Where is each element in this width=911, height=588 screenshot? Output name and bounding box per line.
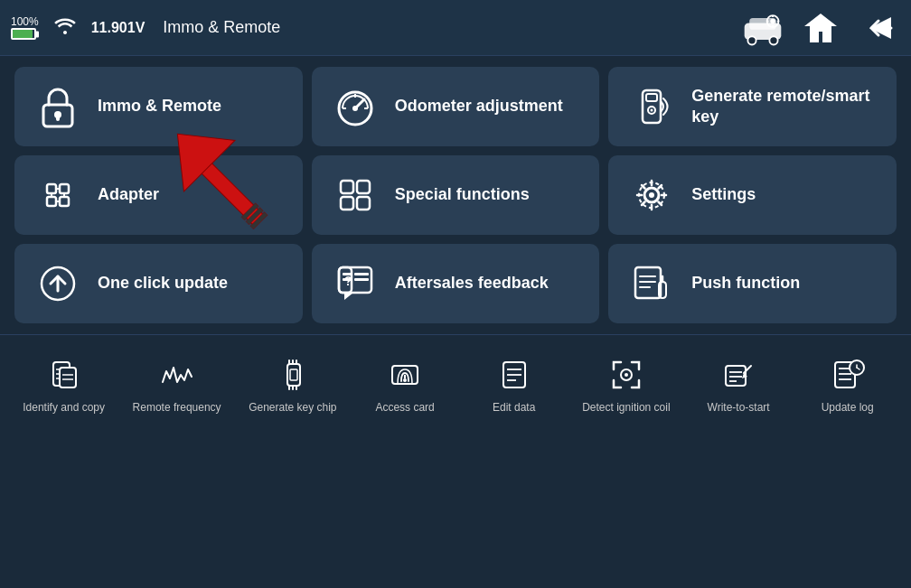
tile-settings-label: Settings (691, 184, 756, 205)
access-card-icon (384, 354, 426, 396)
tile-generate-key-label: Generate remote/smart key (691, 86, 878, 128)
voltage-display: 11.901V (91, 20, 146, 36)
tool-detect-ignition-label: Detect ignition coil (582, 401, 670, 415)
svg-point-3 (769, 36, 777, 44)
car-icon[interactable] (741, 6, 784, 50)
svg-rect-64 (287, 364, 300, 386)
tile-push-function-label: Push function (691, 273, 800, 294)
settings-icon (626, 170, 677, 220)
tile-push-function[interactable]: Push function (608, 244, 897, 323)
identify-copy-icon (43, 354, 85, 396)
svg-rect-38 (341, 197, 353, 210)
header-title: Immo & Remote (163, 18, 280, 37)
key-chip-icon (272, 354, 314, 396)
tile-immo-remote[interactable]: Immo & Remote (14, 67, 303, 146)
svg-rect-17 (56, 115, 60, 121)
svg-point-41 (649, 192, 654, 198)
svg-rect-25 (646, 94, 657, 101)
tool-identify-copy[interactable]: Identify and copy (23, 354, 105, 415)
svg-point-27 (651, 109, 653, 112)
update-log-icon (827, 354, 869, 396)
header-right (741, 6, 900, 50)
push-function-icon (626, 258, 677, 309)
remote-frequency-icon (156, 354, 198, 396)
tile-special-functions-label: Special functions (395, 184, 530, 205)
lock-icon (33, 81, 83, 132)
svg-point-20 (352, 106, 358, 111)
tile-settings[interactable]: Settings (608, 155, 897, 235)
svg-point-73 (403, 378, 407, 382)
adapter-icon (33, 170, 83, 220)
tile-one-click-update-label: One click update (98, 273, 228, 294)
svg-rect-31 (60, 197, 69, 206)
tool-identify-copy-label: Identify and copy (23, 401, 105, 415)
tool-edit-data-label: Edit data (493, 401, 535, 415)
special-functions-icon (330, 170, 380, 220)
svg-rect-71 (290, 369, 297, 380)
tool-update-log[interactable]: Update log (807, 354, 888, 415)
bottom-toolbar: Identify and copy Remote frequency Gener… (0, 334, 911, 434)
battery-info: 100% (11, 15, 39, 40)
main-grid: Immo & Remote Odometer adjustment (0, 56, 911, 334)
tile-immo-remote-label: Immo & Remote (98, 96, 221, 117)
svg-point-2 (747, 36, 756, 44)
svg-point-79 (625, 373, 628, 377)
back-icon[interactable] (857, 6, 900, 50)
battery-icon (11, 28, 36, 40)
tile-one-click-update[interactable]: One click update (14, 244, 303, 323)
tile-adapter-label: Adapter (98, 184, 159, 205)
tool-update-log-label: Update log (822, 401, 874, 415)
tool-remote-frequency-label: Remote frequency (133, 401, 221, 415)
svg-rect-36 (341, 181, 353, 193)
edit-data-icon (493, 354, 535, 396)
tile-special-functions[interactable]: Special functions (312, 155, 600, 235)
write-to-start-icon (718, 354, 759, 396)
svg-text:?: ? (344, 274, 352, 288)
svg-point-9 (770, 18, 775, 23)
svg-rect-48 (354, 273, 369, 275)
tool-write-to-start-label: Write-to-start (708, 401, 770, 415)
update-icon (33, 258, 83, 309)
battery-percent: 100% (11, 15, 39, 28)
tool-write-to-start[interactable]: Write-to-start (698, 354, 779, 415)
svg-rect-30 (47, 197, 56, 206)
header: 100% 11.901V Immo & Remote (0, 0, 911, 56)
header-left: 100% 11.901V Immo & Remote (11, 15, 741, 40)
tool-access-card[interactable]: Access card (364, 354, 446, 415)
tool-access-card-label: Access card (375, 401, 434, 415)
tile-odometer-label: Odometer adjustment (395, 96, 563, 117)
svg-rect-29 (60, 184, 69, 193)
home-icon[interactable] (799, 6, 842, 50)
svg-rect-39 (357, 197, 370, 210)
smart-key-icon (626, 81, 677, 132)
tile-aftersales-feedback[interactable]: ? Aftersales feedback (312, 244, 600, 323)
tile-generate-key[interactable]: Generate remote/smart key (608, 67, 897, 146)
tile-aftersales-feedback-label: Aftersales feedback (395, 273, 549, 294)
wifi-icon (53, 16, 77, 39)
tile-adapter[interactable]: Adapter (14, 155, 303, 235)
tile-odometer[interactable]: Odometer adjustment (312, 67, 600, 146)
svg-rect-49 (354, 278, 369, 281)
tool-generate-key-chip[interactable]: Generate key chip (249, 354, 336, 415)
tool-edit-data[interactable]: Edit data (474, 354, 555, 415)
tool-remote-frequency[interactable]: Remote frequency (133, 354, 221, 415)
svg-rect-28 (47, 184, 56, 193)
svg-rect-37 (357, 181, 370, 193)
feedback-icon: ? (330, 258, 380, 309)
odometer-icon (330, 81, 380, 132)
svg-rect-61 (60, 368, 76, 387)
tool-detect-ignition[interactable]: Detect ignition coil (582, 354, 670, 415)
detect-ignition-icon (606, 354, 647, 396)
svg-rect-80 (726, 366, 746, 386)
tool-generate-key-chip-label: Generate key chip (249, 401, 336, 415)
